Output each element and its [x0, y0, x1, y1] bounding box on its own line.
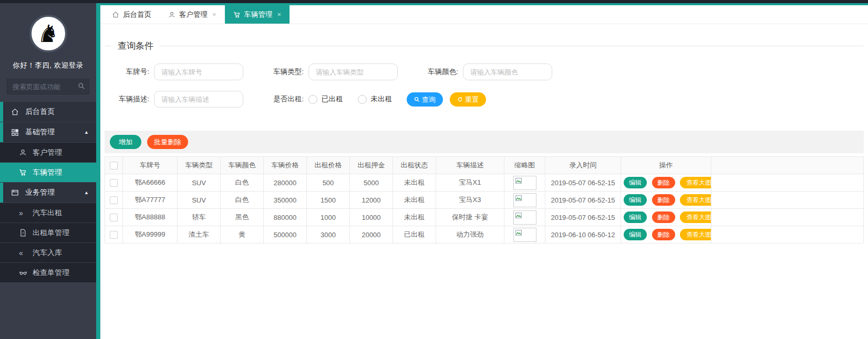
tab-customers[interactable]: 客户管理 × — [160, 5, 225, 24]
cart-icon — [19, 168, 28, 176]
delete-button[interactable]: 删除 — [652, 229, 675, 240]
edit-button[interactable]: 编辑 — [624, 229, 647, 240]
view-image-button[interactable]: 查看大图 — [680, 211, 711, 223]
glasses-icon — [19, 269, 28, 277]
cell-type: SUV — [178, 192, 221, 209]
view-image-button[interactable]: 查看大图 — [680, 229, 711, 240]
row-checkbox[interactable] — [110, 196, 118, 204]
sidebar-item-customers[interactable]: 客户管理 — [0, 143, 96, 162]
grid-icon — [11, 129, 20, 136]
chevrons-right-icon: » — [19, 209, 28, 217]
type-input[interactable] — [308, 63, 398, 80]
cell-desc: 宝马X3 — [436, 192, 504, 209]
delete-button[interactable]: 删除 — [652, 194, 675, 206]
cell-filler — [711, 226, 864, 243]
col-thumbnail: 缩略图 — [504, 157, 545, 174]
cell-type: 渣土车 — [178, 226, 221, 243]
batch-delete-button[interactable]: 批量删除 — [147, 135, 188, 149]
query-panel: 查询条件 车牌号: 车辆类型: 车辆颜色: — [105, 40, 863, 117]
tab-home[interactable]: 后台首页 — [104, 5, 160, 24]
view-image-button[interactable]: 查看大图 — [680, 177, 711, 188]
reset-button[interactable]: 重置 — [450, 92, 486, 107]
table-row: 鄂A99999 渣土车 黄 500000 3000 20000 已出租 动力强劲 — [105, 226, 864, 243]
sidebar-item-rent-orders[interactable]: ? 出租单管理 — [0, 223, 96, 242]
user-icon — [19, 149, 28, 156]
thumbnail[interactable] — [513, 176, 536, 190]
tab-vehicles[interactable]: 车辆管理 × — [225, 5, 290, 24]
sidebar-item-label: 检查单管理 — [33, 268, 69, 278]
cell-deposit: 10000 — [350, 209, 393, 226]
sidebar-item-vehicles[interactable]: 车辆管理 — [0, 163, 96, 182]
delete-button[interactable]: 删除 — [652, 211, 675, 223]
desc-input[interactable] — [154, 91, 243, 108]
col-actions: 操作 — [621, 157, 711, 174]
thumbnail[interactable] — [513, 210, 536, 225]
edit-button[interactable]: 编辑 — [624, 177, 647, 188]
delete-button[interactable]: 删除 — [652, 177, 675, 188]
sidebar-item-inspection-orders[interactable]: 检查单管理 — [0, 263, 96, 282]
sidebar-item-label: 后台首页 — [25, 107, 55, 116]
plate-input[interactable] — [154, 63, 243, 80]
main-area: 后台首页 客户管理 × 车辆管理 × 查询条 — [100, 0, 868, 339]
radio-label: 未出租 — [371, 94, 392, 104]
table-header-row: 车牌号 车辆类型 车辆颜色 车辆价格 出租价格 出租押金 出租状态 车辆描述 缩… — [105, 157, 864, 174]
thumbnail[interactable] — [513, 193, 536, 207]
plate-label: 车牌号: — [106, 67, 149, 77]
sidebar: ♞ 你好！李四, 欢迎登录 后台首页 — [0, 0, 96, 339]
avatar[interactable]: ♞ — [29, 15, 67, 52]
add-button[interactable]: 增加 — [110, 135, 141, 149]
search-button[interactable]: 查询 — [407, 92, 443, 107]
col-rent-price: 出租价格 — [307, 157, 350, 174]
search-icon — [414, 97, 420, 102]
row-checkbox[interactable] — [110, 231, 118, 239]
cell-color: 白色 — [221, 174, 264, 192]
horse-logo-icon: ♞ — [37, 22, 59, 46]
search-button-label: 查询 — [422, 96, 436, 103]
sidebar-group-business[interactable]: 业务管理 ▲ — [0, 183, 96, 203]
select-all-checkbox[interactable] — [110, 162, 118, 169]
close-icon[interactable]: × — [277, 10, 282, 18]
close-icon[interactable]: × — [212, 10, 216, 18]
view-image-button[interactable]: 查看大图 — [680, 194, 711, 206]
sidebar-item-car-rent[interactable]: » 汽车出租 — [0, 203, 96, 223]
broken-image-icon — [515, 195, 522, 202]
cell-price: 280000 — [264, 174, 307, 192]
sidebar-item-label: 汽车出租 — [33, 208, 62, 218]
radio-circle-icon[interactable] — [308, 95, 317, 104]
row-checkbox[interactable] — [110, 214, 118, 221]
cell-rent: 1000 — [307, 209, 350, 226]
row-checkbox[interactable] — [110, 179, 118, 187]
vehicles-table: 车牌号 车辆类型 车辆颜色 车辆价格 出租价格 出租押金 出租状态 车辆描述 缩… — [105, 156, 864, 243]
radio-rented[interactable]: 已出租 — [308, 94, 343, 104]
chevron-up-icon: ▲ — [84, 130, 89, 135]
sidebar-item-car-inbound[interactable]: « 汽车入库 — [0, 243, 96, 262]
radio-not-rented[interactable]: 未出租 — [358, 94, 392, 104]
thumbnail[interactable] — [513, 228, 536, 242]
cell-time: 2019-05-07 06-52-15 — [545, 209, 621, 226]
edit-button[interactable]: 编辑 — [624, 211, 647, 223]
sidebar-divider — [96, 0, 100, 339]
cell-desc: 宝马X1 — [436, 174, 504, 192]
edit-button[interactable]: 编辑 — [624, 194, 647, 206]
cell-filler — [711, 174, 864, 192]
cell-type: 轿车 — [178, 209, 221, 226]
desc-label: 车辆描述: — [106, 94, 149, 104]
cart-icon — [233, 11, 241, 18]
cell-plate: 鄂A77777 — [123, 192, 178, 209]
sidebar-search-input[interactable] — [7, 79, 89, 94]
user-icon — [168, 11, 175, 18]
cell-price: 880000 — [264, 209, 307, 226]
sidebar-menu: 后台首页 基础管理 ▲ 客户管理 — [0, 102, 96, 282]
sidebar-item-label: 业务管理 — [25, 188, 55, 197]
radio-circle-icon[interactable] — [358, 95, 367, 104]
cell-price: 500000 — [264, 226, 307, 243]
color-label: 车辆颜色: — [415, 67, 458, 77]
window-icon — [11, 189, 20, 197]
color-input[interactable] — [463, 63, 552, 80]
sidebar-group-basic[interactable]: 基础管理 ▲ — [0, 122, 96, 142]
table-toolbar: 增加 批量删除 — [105, 131, 864, 153]
sidebar-item-home[interactable]: 后台首页 — [0, 102, 96, 122]
cell-deposit: 20000 — [350, 226, 393, 243]
table-row: 鄂A77777 SUV 白色 350000 1500 12000 未出租 宝马X… — [105, 192, 864, 209]
cell-plate: 鄂A88888 — [123, 209, 178, 226]
